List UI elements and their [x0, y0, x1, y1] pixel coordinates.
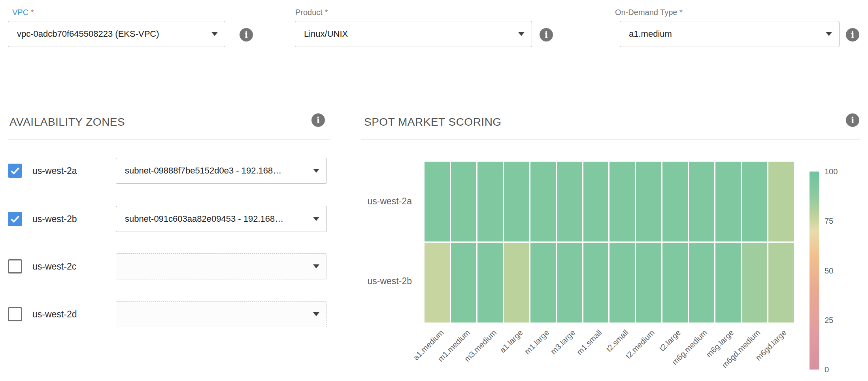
chevron-down-icon — [313, 217, 319, 221]
zone-checkbox-us-west-2d[interactable] — [8, 307, 22, 321]
colorbar-tick-50: 50 — [825, 266, 833, 275]
heatmap-cell-us-west-2b-m1.large — [530, 243, 556, 323]
colorbar-tick-100: 100 — [825, 167, 838, 176]
heatmap-y-label-us-west-2b: us-west-2b — [341, 276, 412, 287]
heatmap-x-axis: a1.mediumm1.mediumm3.mediuma1.largem1.la… — [425, 328, 794, 381]
heatmap-cell-us-west-2b-a1.medium — [425, 243, 450, 323]
spot-market-scoring-title: SPOT MARKET SCORING — [364, 116, 502, 128]
on-demand-type-required-mark: * — [679, 8, 683, 17]
colorbar-tick-25: 25 — [825, 315, 833, 324]
vpc-label: VPC * — [12, 8, 34, 17]
product-select[interactable]: Linux/UNIX — [295, 21, 532, 47]
colorbar-tick-0: 0 — [825, 365, 829, 374]
on-demand-type-label-text: On-Demand Type — [615, 8, 677, 17]
heatmap-cell-us-west-2a-t2.large — [662, 162, 688, 241]
vpc-label-text: VPC — [12, 8, 28, 17]
heatmap-grid — [425, 162, 794, 323]
heatmap-cell-us-west-2a-m6g.large — [715, 162, 741, 241]
product-required-mark: * — [325, 8, 328, 17]
heatmap-cell-us-west-2a-m3.medium — [477, 162, 503, 241]
section-divider — [346, 95, 346, 381]
zone-row-us-west-2a: us-west-2asubnet-09888f7be5152d0e3 - 192… — [8, 158, 327, 184]
check-icon — [9, 213, 21, 225]
subnet-select-value: subnet-09888f7be5152d0e3 - 192.168… — [125, 166, 281, 176]
vpc-info-icon[interactable]: i — [240, 28, 253, 41]
product-select-value: Linux/UNIX — [304, 29, 348, 39]
product-label: Product * — [295, 8, 328, 17]
subnet-select-us-west-2d[interactable] — [116, 301, 327, 327]
spot-configuration-page: VPC * vpc-0adcb70f645508223 (EKS-VPC) i … — [0, 0, 868, 381]
heatmap-cell-us-west-2a-t2.medium — [636, 162, 661, 241]
vpc-select[interactable]: vpc-0adcb70f645508223 (EKS-VPC) — [8, 21, 225, 47]
product-info-icon[interactable]: i — [540, 28, 553, 41]
zone-label-us-west-2a: us-west-2a — [32, 166, 77, 176]
heatmap-cell-us-west-2b-t2.small — [609, 243, 635, 323]
zone-row-us-west-2c: us-west-2c — [8, 253, 327, 279]
availability-zones-title: AVAILABILITY ZONES — [9, 116, 125, 128]
spot-market-scoring-info-icon[interactable]: i — [846, 113, 859, 127]
subnet-select-us-west-2b[interactable]: subnet-091c603aa82e09453 - 192.168… — [116, 206, 327, 232]
vpc-select-value: vpc-0adcb70f645508223 (EKS-VPC) — [17, 29, 159, 39]
heatmap-cell-us-west-2b-m6g.medium — [689, 243, 714, 323]
chevron-down-icon — [518, 32, 525, 36]
zone-row-us-west-2d: us-west-2d — [8, 301, 327, 327]
chevron-down-icon — [313, 264, 319, 268]
subnet-select-us-west-2a[interactable]: subnet-09888f7be5152d0e3 - 192.168… — [116, 158, 327, 184]
heatmap-cell-us-west-2b-a1.large — [504, 243, 529, 323]
colorbar-tick-75: 75 — [825, 217, 833, 226]
zone-label-us-west-2d: us-west-2d — [32, 309, 77, 320]
chevron-down-icon — [826, 32, 832, 36]
heatmap-cell-us-west-2a-m3.large — [557, 162, 582, 241]
availability-zones-divider — [8, 139, 330, 140]
vpc-required-mark: * — [31, 8, 34, 17]
heatmap-cell-us-west-2a-m1.small — [583, 162, 609, 241]
heatmap-cell-us-west-2a-m6gd.large — [768, 162, 794, 241]
heatmap-cell-us-west-2a-t2.small — [609, 162, 635, 241]
subnet-select-us-west-2c[interactable] — [116, 253, 327, 279]
heatmap-cell-us-west-2b-m1.small — [583, 243, 609, 323]
on-demand-type-select[interactable]: a1.medium — [620, 21, 840, 47]
heatmap-cell-us-west-2b-m3.large — [557, 243, 582, 323]
heatmap-cell-us-west-2b-t2.large — [662, 243, 688, 323]
heatmap-cell-us-west-2a-m6g.medium — [689, 162, 714, 241]
product-label-text: Product — [295, 8, 323, 17]
heatmap-colorbar — [810, 172, 819, 370]
chevron-down-icon — [313, 312, 319, 316]
zone-checkbox-us-west-2a[interactable] — [8, 164, 22, 178]
heatmap-y-label-us-west-2a: us-west-2a — [341, 196, 412, 207]
heatmap-cell-us-west-2b-m3.medium — [477, 243, 503, 323]
chevron-down-icon — [211, 32, 218, 36]
heatmap-cell-us-west-2a-m6gd.medium — [742, 162, 767, 241]
zone-checkbox-us-west-2c[interactable] — [8, 259, 22, 273]
spot-market-scoring-divider — [361, 139, 860, 140]
heatmap-cell-us-west-2b-t2.medium — [636, 243, 661, 323]
heatmap-cell-us-west-2b-m1.medium — [451, 243, 476, 323]
on-demand-type-info-icon[interactable]: i — [846, 28, 859, 41]
on-demand-type-label: On-Demand Type * — [615, 8, 683, 17]
check-icon — [9, 165, 21, 177]
heatmap-cell-us-west-2a-a1.large — [504, 162, 529, 241]
heatmap-cell-us-west-2b-m6gd.medium — [742, 243, 767, 323]
zone-row-us-west-2b: us-west-2bsubnet-091c603aa82e09453 - 192… — [8, 206, 327, 232]
zone-checkbox-us-west-2b[interactable] — [8, 212, 22, 226]
subnet-select-value: subnet-091c603aa82e09453 - 192.168… — [125, 214, 283, 224]
heatmap-cell-us-west-2a-a1.medium — [425, 162, 450, 241]
heatmap-cell-us-west-2a-m1.medium — [451, 162, 476, 241]
heatmap-cell-us-west-2b-m6g.large — [715, 243, 741, 323]
on-demand-type-select-value: a1.medium — [629, 29, 672, 39]
zone-label-us-west-2c: us-west-2c — [32, 261, 76, 272]
availability-zones-info-icon[interactable]: i — [311, 113, 325, 127]
heatmap-cell-us-west-2a-m1.large — [530, 162, 556, 241]
zone-label-us-west-2b: us-west-2b — [32, 214, 77, 224]
chevron-down-icon — [313, 169, 319, 173]
heatmap-cell-us-west-2b-m6gd.large — [768, 243, 794, 323]
